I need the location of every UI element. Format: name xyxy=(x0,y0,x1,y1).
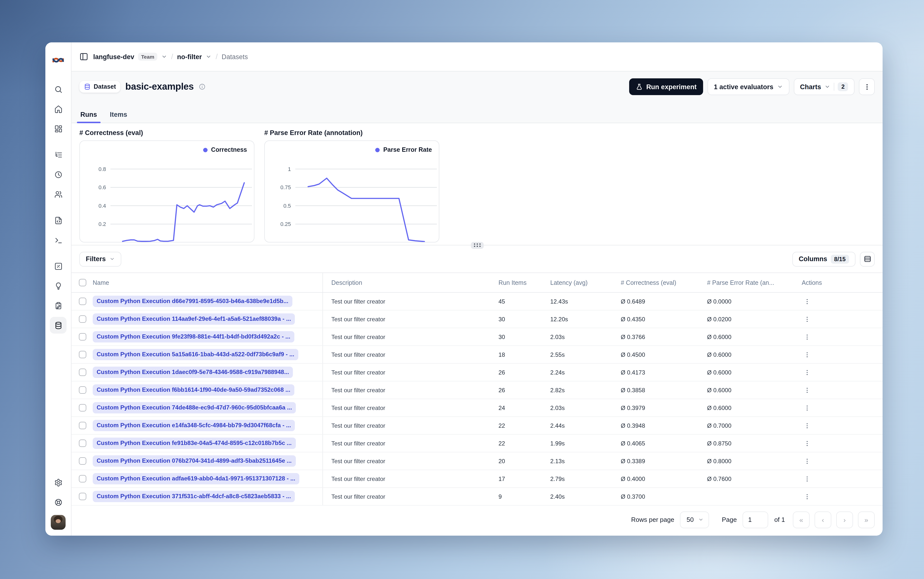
first-page-button[interactable]: « xyxy=(793,511,809,528)
run-name-link[interactable]: Custom Python Execution 076b2704-341d-48… xyxy=(93,455,296,467)
run-name-link[interactable]: Custom Python Execution e14fa348-5cfc-49… xyxy=(93,420,295,431)
home-icon[interactable] xyxy=(50,101,67,117)
select-all-checkbox[interactable] xyxy=(79,279,86,286)
row-checkbox[interactable] xyxy=(79,404,86,411)
row-actions-button[interactable] xyxy=(802,367,813,378)
settings-gear-icon[interactable] xyxy=(50,474,67,491)
dashboard-icon[interactable] xyxy=(50,120,67,137)
info-icon[interactable] xyxy=(199,83,206,90)
sidebar xyxy=(45,43,72,536)
charts-button[interactable]: Charts 2 xyxy=(794,79,855,95)
chevron-down-icon[interactable] xyxy=(206,54,212,60)
drag-handle[interactable] xyxy=(471,242,483,249)
col-header-run-items[interactable]: Run Items xyxy=(498,279,550,286)
row-checkbox[interactable] xyxy=(79,298,86,305)
flask-icon xyxy=(635,83,643,90)
col-header-latency[interactable]: Latency (avg) xyxy=(550,279,621,286)
col-header-parse-error[interactable]: # Parse Error Rate (an... xyxy=(707,279,796,286)
filters-button[interactable]: Filters xyxy=(79,252,121,267)
row-checkbox[interactable] xyxy=(79,457,86,465)
row-checkbox[interactable] xyxy=(79,422,86,429)
latency-value: 1.99s xyxy=(550,440,621,447)
row-actions-button[interactable] xyxy=(802,402,813,413)
rows-icon xyxy=(863,255,871,263)
last-page-button[interactable]: » xyxy=(858,511,875,528)
run-name-link[interactable]: Custom Python Execution d66e7991-8595-45… xyxy=(93,296,292,307)
row-actions-button[interactable] xyxy=(802,473,813,484)
row-actions-button[interactable] xyxy=(802,314,813,324)
run-name-link[interactable]: Custom Python Execution 9fe23f98-881e-44… xyxy=(93,331,294,342)
breadcrumb: langfuse-dev Team / no-filter / Datasets xyxy=(93,52,248,61)
svg-text:1: 1 xyxy=(288,166,291,172)
row-checkbox[interactable] xyxy=(79,493,86,500)
tab-runs[interactable]: Runs xyxy=(79,107,98,123)
breadcrumb-section[interactable]: Datasets xyxy=(222,53,248,61)
parse-error-value: Ø 0.7600 xyxy=(707,475,796,482)
prev-page-button[interactable]: ‹ xyxy=(814,511,831,528)
run-items-value: 22 xyxy=(498,440,550,447)
sidebar-toggle-icon[interactable] xyxy=(79,52,88,61)
run-name-link[interactable]: Custom Python Execution 1daec0f9-5e78-43… xyxy=(93,366,293,378)
columns-button[interactable]: Columns 8/15 xyxy=(792,252,855,267)
next-page-button[interactable]: › xyxy=(836,511,853,528)
run-name-link[interactable]: Custom Python Execution fe91b83e-04a5-47… xyxy=(93,438,296,449)
col-header-description[interactable]: Description xyxy=(323,279,498,286)
rows-per-page-select[interactable]: 50 xyxy=(680,511,709,528)
sessions-clock-icon[interactable] xyxy=(50,166,67,183)
prompts-file-code-icon[interactable] xyxy=(50,212,67,229)
run-name-link[interactable]: Custom Python Execution 5a15a616-1bab-44… xyxy=(93,349,298,360)
chevron-down-icon xyxy=(698,517,704,522)
run-name-link[interactable]: Custom Python Execution 371f531c-abff-4d… xyxy=(93,491,295,502)
users-icon[interactable] xyxy=(50,186,67,203)
col-header-correctness[interactable]: # Correctness (eval) xyxy=(621,279,707,286)
svg-text:0.2: 0.2 xyxy=(98,221,106,227)
row-actions-button[interactable] xyxy=(802,456,813,466)
table-row: Custom Python Execution 9fe23f98-881e-44… xyxy=(72,328,883,346)
row-checkbox[interactable] xyxy=(79,369,86,376)
row-checkbox[interactable] xyxy=(79,333,86,340)
chevron-down-icon[interactable] xyxy=(161,54,167,60)
tab-items[interactable]: Items xyxy=(109,107,128,123)
run-name-link[interactable]: Custom Python Execution 114aa9ef-29e6-4e… xyxy=(93,313,295,325)
entity-label: Dataset xyxy=(94,83,116,90)
correctness-value: Ø 0.4500 xyxy=(621,351,707,358)
row-actions-button[interactable] xyxy=(802,438,813,449)
insights-lightbulb-icon[interactable] xyxy=(50,277,67,294)
annotation-clipboard-icon[interactable] xyxy=(50,297,67,314)
run-experiment-button[interactable]: Run experiment xyxy=(629,79,703,95)
more-actions-button[interactable] xyxy=(859,79,875,95)
row-actions-button[interactable] xyxy=(802,420,813,431)
evaluation-percent-icon[interactable] xyxy=(50,258,67,275)
row-actions-button[interactable] xyxy=(802,296,813,307)
user-avatar[interactable] xyxy=(51,515,66,530)
kebab-icon xyxy=(804,475,811,482)
datasets-database-icon[interactable] xyxy=(50,317,67,334)
active-evaluators-button[interactable]: 1 active evaluators xyxy=(707,79,789,95)
row-actions-button[interactable] xyxy=(802,384,813,396)
row-actions-button[interactable] xyxy=(802,491,813,502)
row-checkbox[interactable] xyxy=(79,386,86,394)
page-number-input[interactable] xyxy=(743,511,768,528)
breadcrumb-org[interactable]: langfuse-dev xyxy=(93,53,134,61)
parse-error-value: Ø 0.7000 xyxy=(707,422,796,429)
chevron-down-icon xyxy=(825,84,831,90)
row-actions-button[interactable] xyxy=(802,349,813,360)
breadcrumb-project[interactable]: no-filter xyxy=(177,53,202,61)
row-checkbox[interactable] xyxy=(79,440,86,447)
run-name-link[interactable]: Custom Python Execution 74de488e-ec9d-47… xyxy=(93,402,296,414)
row-checkbox[interactable] xyxy=(79,316,86,323)
run-description: Test our filter creator xyxy=(323,387,498,394)
col-header-name[interactable]: Name xyxy=(89,273,323,292)
playground-terminal-icon[interactable] xyxy=(50,232,67,249)
support-lifebuoy-icon[interactable] xyxy=(50,494,67,510)
row-checkbox[interactable] xyxy=(79,475,86,483)
row-height-button[interactable] xyxy=(860,252,875,267)
search-icon[interactable] xyxy=(50,81,67,98)
row-actions-button[interactable] xyxy=(802,331,813,342)
tracing-tree-icon[interactable] xyxy=(50,146,67,163)
run-name-link[interactable]: Custom Python Execution f6bb1614-1f90-40… xyxy=(93,384,294,396)
latency-value: 12.20s xyxy=(550,316,621,322)
run-name-link[interactable]: Custom Python Execution adfae619-abb0-4d… xyxy=(93,473,299,484)
kebab-icon xyxy=(804,422,811,429)
row-checkbox[interactable] xyxy=(79,351,86,358)
